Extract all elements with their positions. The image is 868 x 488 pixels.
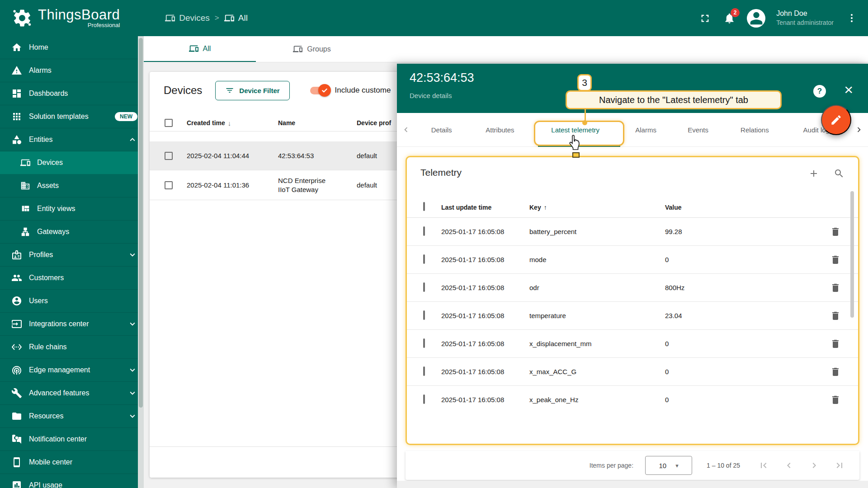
telemetry-row[interactable]: 2025-01-17 16:05:08 x_displacement_mm 0 (407, 330, 858, 358)
breadcrumb-devices[interactable]: Devices (165, 13, 210, 23)
sidebar-item-entities[interactable]: Entities (0, 128, 144, 151)
user-info[interactable]: John Doe Tenant administrator (776, 9, 834, 27)
tabs-scroll-left-icon[interactable] (397, 125, 415, 135)
sidebar-item-api-usage[interactable]: API usage (0, 474, 144, 488)
delete-icon[interactable] (830, 282, 841, 293)
row-checkbox[interactable] (423, 310, 425, 320)
column-last-update-time[interactable]: Last update time (441, 204, 491, 211)
sidebar-item-rule-chains[interactable]: Rule chains (0, 336, 144, 359)
more-menu-icon[interactable] (847, 14, 856, 22)
select-all-checkbox[interactable] (165, 119, 173, 127)
user-avatar[interactable] (747, 9, 765, 28)
sidebar-item-entity-views[interactable]: Entity views (0, 197, 144, 221)
sidebar-item-mobile-center[interactable]: Mobile center (0, 451, 144, 474)
help-icon[interactable]: ? (813, 85, 826, 98)
sidebar-item-notification-center[interactable]: Notification center (0, 428, 144, 451)
sidebar-item-devices[interactable]: Devices (0, 151, 144, 174)
device-filter-button[interactable]: Device Filter (215, 81, 289, 100)
cell-key: mode (529, 256, 547, 263)
tab-details[interactable]: Details (415, 126, 468, 134)
row-checkbox[interactable] (423, 366, 425, 376)
sort-asc-icon: ↑ (544, 204, 547, 211)
telemetry-row[interactable]: 2025-01-17 16:05:08 x_max_ACC_G 0 (407, 358, 858, 386)
delete-icon[interactable] (830, 254, 841, 265)
delete-icon[interactable] (830, 226, 841, 237)
column-key[interactable]: Key ↑ (529, 204, 547, 211)
delete-icon[interactable] (830, 394, 841, 405)
column-value[interactable]: Value (665, 204, 682, 211)
tab-relations[interactable]: Relations (723, 126, 786, 134)
delete-icon[interactable] (830, 310, 841, 321)
sidebar-item-customers[interactable]: Customers (0, 267, 144, 290)
row-checkbox[interactable] (423, 254, 425, 264)
sidebar-item-profiles[interactable]: Profiles (0, 244, 144, 267)
tabs-scroll-right-icon[interactable] (850, 125, 868, 135)
pager-controls (758, 460, 845, 471)
previous-page-icon[interactable] (783, 460, 794, 471)
cell-device-name: 42:53:64:53 (278, 151, 314, 160)
fullscreen-icon[interactable] (698, 11, 712, 25)
row-checkbox[interactable] (423, 394, 425, 404)
next-page-icon[interactable] (809, 460, 820, 471)
search-icon[interactable] (834, 168, 844, 179)
row-checkbox[interactable] (165, 181, 173, 189)
sidebar-item-gateways[interactable]: Gateways (0, 221, 144, 244)
row-checkbox[interactable] (423, 338, 425, 348)
items-per-page-select[interactable]: 10 ▾ (645, 456, 692, 475)
sidebar-scrollbar-thumb[interactable] (139, 38, 143, 408)
breadcrumb-devices-label: Devices (179, 13, 210, 23)
telemetry-row[interactable]: 2025-01-17 16:05:08 temperature 23.04 (407, 302, 858, 330)
column-created-time[interactable]: Created time ↓ (187, 119, 278, 127)
profiles-badge-icon (11, 249, 22, 260)
first-page-icon[interactable] (758, 460, 769, 471)
cell-device-name: NCD Enterprise IIoT Gateway (278, 176, 335, 194)
telemetry-scrollbar-thumb[interactable] (850, 191, 854, 318)
sidebar-item-integrations-center[interactable]: Integrations center (0, 313, 144, 336)
column-created-time-label: Created time (187, 119, 225, 127)
delete-icon[interactable] (830, 366, 841, 377)
advanced-tools-icon (11, 388, 22, 399)
sidebar-item-label: API usage (29, 481, 62, 488)
include-customer-toggle[interactable]: Include custome (310, 86, 391, 95)
sidebar-item-users[interactable]: Users (0, 290, 144, 313)
telemetry-row[interactable]: 2025-01-17 16:05:08 x_peak_one_Hz 0 (407, 386, 858, 405)
row-checkbox[interactable] (165, 152, 173, 160)
add-telemetry-icon[interactable] (808, 168, 819, 179)
column-name[interactable]: Name (278, 119, 357, 127)
cell-time: 2025-01-17 16:05:08 (441, 396, 504, 404)
sidebar-item-solution-templates[interactable]: Solution templates NEW (0, 105, 144, 128)
sidebar-item-label: Rule chains (29, 343, 67, 351)
sidebar-item-alarms[interactable]: Alarms (0, 59, 144, 82)
breadcrumb-all[interactable]: All (224, 13, 248, 23)
row-checkbox[interactable] (423, 226, 425, 236)
chevron-down-icon (127, 250, 137, 260)
sidebar-item-advanced-features[interactable]: Advanced features (0, 382, 144, 405)
thingsboard-logo[interactable]: ThingsBoard Professional (12, 8, 120, 28)
telemetry-row[interactable]: 2025-01-17 16:05:08 battery_percent 99.2… (407, 218, 858, 246)
sidebar-item-resources[interactable]: Resources (0, 405, 144, 428)
mobile-phone-icon (11, 457, 22, 468)
sidebar-scrollbar[interactable] (138, 36, 144, 488)
tab-all[interactable]: All (144, 36, 256, 62)
notifications-bell-icon[interactable]: 2 (722, 11, 736, 25)
sidebar-item-edge-management[interactable]: Edge management (0, 359, 144, 382)
sidebar-item-home[interactable]: Home (0, 36, 144, 59)
tab-attributes[interactable]: Attributes (468, 126, 532, 134)
tab-events[interactable]: Events (673, 126, 723, 134)
tab-alarms[interactable]: Alarms (619, 126, 672, 134)
sidebar-item-assets[interactable]: Assets (0, 174, 144, 197)
delete-icon[interactable] (830, 338, 841, 349)
edit-fab-button[interactable] (821, 105, 851, 135)
sidebar-item-label: Solution templates (29, 113, 89, 121)
telemetry-row[interactable]: 2025-01-17 16:05:08 odr 800Hz (407, 274, 858, 302)
sidebar-item-dashboards[interactable]: Dashboards (0, 82, 144, 105)
select-all-checkbox[interactable] (423, 202, 425, 211)
tab-groups[interactable]: Groups (256, 36, 368, 62)
telemetry-row[interactable]: 2025-01-17 16:05:08 mode 0 (407, 246, 858, 274)
close-icon[interactable]: × (844, 82, 853, 97)
entities-shapes-icon (11, 134, 22, 145)
row-checkbox[interactable] (423, 282, 425, 292)
sidebar-item-label: Mobile center (29, 458, 72, 466)
caret-down-icon: ▾ (675, 462, 679, 469)
last-page-icon[interactable] (834, 460, 845, 471)
